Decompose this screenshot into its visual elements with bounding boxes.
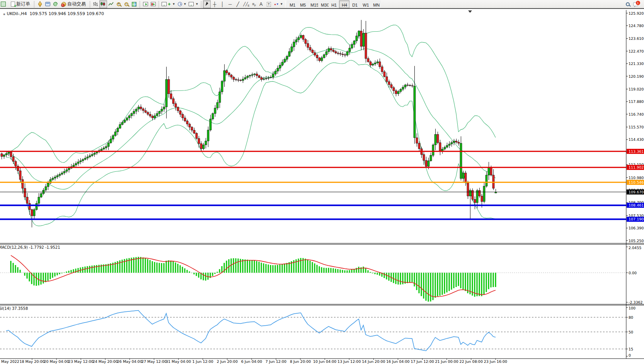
market-watch-button[interactable] xyxy=(36,0,44,8)
chart-shift-button[interactable] xyxy=(149,0,157,8)
vertical-line-icon: │ xyxy=(221,2,224,7)
macd-scale-label: -2.3362 xyxy=(629,300,643,304)
search-icon xyxy=(626,2,630,6)
auto-trading-icon xyxy=(61,2,66,7)
trendline-tool-button[interactable]: ╱ xyxy=(234,0,242,8)
zoom-in-icon: + xyxy=(117,2,121,6)
price-tick-label: 123.610 xyxy=(629,36,644,41)
chevron-down-icon: ▼ xyxy=(184,2,187,6)
auto-scroll-icon xyxy=(143,2,148,6)
chart-canvas[interactable]: 125.920124.780123.610122.470121.330120.1… xyxy=(0,0,644,364)
rsi-scale-label: 0 xyxy=(629,353,631,357)
text-tool-button[interactable]: A xyxy=(257,0,265,8)
periods-button[interactable]: ▼ xyxy=(177,0,188,8)
channel-tool-button[interactable]: ╱╱E xyxy=(242,0,249,8)
price-tick-label: 114.430 xyxy=(629,137,644,142)
search-button[interactable] xyxy=(624,0,632,8)
terminal-button[interactable] xyxy=(44,0,51,8)
tile-windows-button[interactable] xyxy=(130,0,138,8)
price-tick-label: 106.390 xyxy=(629,226,644,230)
time-axis-label: 24 May 20:00 xyxy=(93,359,118,364)
rsi-indicator-label: RSI(14) 37.3558 xyxy=(0,306,28,311)
templates-button[interactable]: ▼ xyxy=(187,0,199,8)
toolbar-grip xyxy=(201,1,202,7)
toolbar-separator xyxy=(285,1,286,8)
globe-icon xyxy=(53,2,58,6)
toolbar-grip xyxy=(34,1,35,7)
auto-scroll-button[interactable] xyxy=(141,0,149,8)
signals-button[interactable] xyxy=(51,0,59,8)
cursor-tool-button[interactable] xyxy=(203,0,211,8)
line-chart-button[interactable] xyxy=(107,0,115,8)
arrows-icon: ▲▼ xyxy=(274,3,278,5)
cursor-icon xyxy=(205,2,208,6)
time-axis-label: 22 Jun 08:00 xyxy=(460,359,483,364)
plus-icon: + xyxy=(168,2,171,6)
label-tool-button[interactable]: T xyxy=(265,0,273,8)
price-tick-label: 117.880 xyxy=(629,99,644,104)
level-price-label: 111.902 xyxy=(629,165,644,169)
auto-trading-button[interactable]: 自动交易 xyxy=(59,0,88,8)
vertical-line-tool-button[interactable]: │ xyxy=(218,0,226,8)
chevron-down-icon: ▼ xyxy=(280,2,283,6)
time-axis-label: 16 Jun 04:00 xyxy=(386,359,409,364)
main-toolbar: 新订单 自动交易 + − +▼ ▼ ▼ ┼ │ ─ ╱ ╱╱E ≡F A T ▲… xyxy=(0,0,644,9)
bollinger-middle xyxy=(6,49,496,190)
crosshair-tool-button[interactable]: ┼ xyxy=(211,0,218,8)
timeframe-h4[interactable]: H4 xyxy=(339,0,349,8)
market-watch-icon xyxy=(38,1,42,7)
time-axis-label: 10 Jun 04:00 xyxy=(313,359,336,364)
crosshair-icon: ┼ xyxy=(213,2,216,7)
rsi-scale-label: 80 xyxy=(629,315,633,320)
time-axis-label: 6 Jun 04:00 xyxy=(241,359,262,364)
bollinger-bands-layer xyxy=(6,25,496,226)
indicators-icon xyxy=(162,2,167,6)
timeframe-m15[interactable]: M15 xyxy=(308,0,318,8)
arrows-tool-button[interactable]: ▲▼▼ xyxy=(273,0,284,8)
text-icon: A xyxy=(259,2,262,7)
indicators-button[interactable]: +▼ xyxy=(160,0,177,8)
timeframe-m1[interactable]: M1 xyxy=(287,0,297,8)
time-axis-label: May 2022 xyxy=(1,359,19,364)
macd-indicator-label: MACD(12,26,9) -1.7792 -1.9521 xyxy=(0,245,60,250)
auto-trading-label: 自动交易 xyxy=(67,1,86,7)
new-order-label: 新订单 xyxy=(16,1,30,7)
macd-scale-label: 0.00 xyxy=(629,271,637,275)
notifications-button[interactable]: 1 xyxy=(632,0,639,8)
timeframe-group: M1M5M15M30H1H4D1W1MN xyxy=(287,0,381,8)
time-axis-label: 27 May 12:00 xyxy=(141,359,167,364)
candlestick-chart-button[interactable] xyxy=(99,0,107,8)
price-tick-label: 115.570 xyxy=(629,125,644,129)
time-axis: May 202218 May 20:0020 May 04:0023 May 1… xyxy=(1,359,507,364)
chart-shift-icon xyxy=(151,2,156,6)
fibonacci-tool-button[interactable]: ≡F xyxy=(249,0,257,8)
toolbar-grip xyxy=(89,1,90,7)
template-icon xyxy=(189,2,194,6)
timeframe-m30[interactable]: M30 xyxy=(318,0,329,8)
timeframe-d1[interactable]: D1 xyxy=(349,0,360,8)
zoom-in-button[interactable]: + xyxy=(115,0,123,8)
panel-frames xyxy=(0,10,644,359)
timeframe-h1[interactable]: H1 xyxy=(329,0,339,8)
bar-chart-icon xyxy=(93,2,98,7)
cut-left-button[interactable] xyxy=(1,0,9,8)
notification-badge: 1 xyxy=(636,1,640,5)
timeframe-m5[interactable]: M5 xyxy=(297,0,308,8)
price-tick-label: 110.980 xyxy=(629,176,644,180)
time-axis-label: 23 May 12:00 xyxy=(68,359,94,364)
price-tick-label: 122.470 xyxy=(629,49,644,53)
rsi-line xyxy=(6,311,496,351)
zoom-out-button[interactable]: − xyxy=(123,0,130,8)
time-axis-label: 26 May 04:00 xyxy=(117,359,142,364)
timeframe-mn[interactable]: MN xyxy=(370,0,381,8)
time-axis-label: 31 May 04:00 xyxy=(166,359,191,364)
bar-chart-button[interactable] xyxy=(92,0,99,8)
new-order-button[interactable]: 新订单 xyxy=(9,0,32,8)
timeframe-w1[interactable]: W1 xyxy=(360,0,370,8)
time-axis-label: 20 May 04:00 xyxy=(44,359,69,364)
price-axis: 125.920124.780123.610122.470121.330120.1… xyxy=(626,11,644,243)
time-axis-label: 23 Jun 16:00 xyxy=(484,359,507,364)
horizontal-line-tool-button[interactable]: ─ xyxy=(226,0,234,8)
toolbar-grip xyxy=(139,1,140,7)
chevron-down-icon: ▼ xyxy=(172,2,175,6)
